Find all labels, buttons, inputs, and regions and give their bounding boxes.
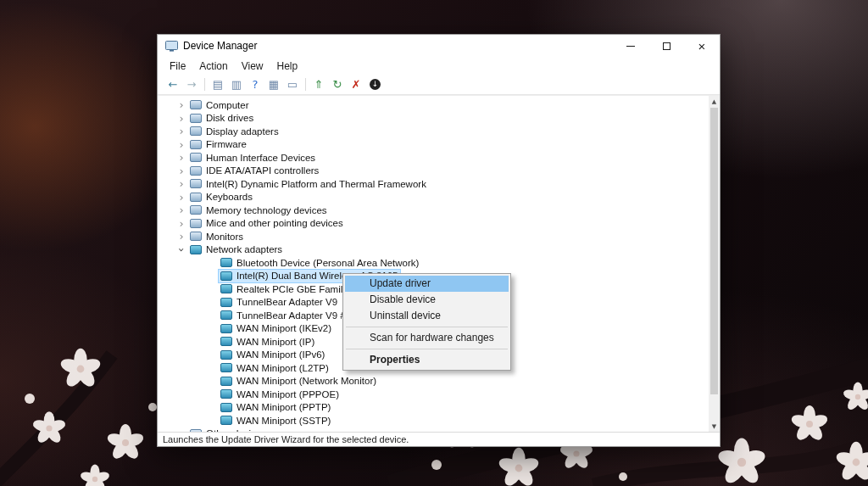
tree-item-label: WAN Miniport (IP) xyxy=(236,337,314,347)
help-icon[interactable]: ? xyxy=(246,79,264,90)
chevron-right-icon[interactable]: › xyxy=(175,152,188,163)
tree-item-label: WAN Miniport (L2TP) xyxy=(236,363,329,373)
toolbar-separator xyxy=(204,78,205,91)
tree-item-content: Human Interface Devices xyxy=(188,151,318,164)
tree-item-ide-ata-atapi-controllers[interactable]: ›IDE ATA/ATAPI controllers xyxy=(158,165,709,178)
forward-icon[interactable]: → xyxy=(182,79,201,90)
chevron-right-icon[interactable]: › xyxy=(175,178,188,189)
computer-icon xyxy=(190,100,202,109)
screen-icon[interactable]: ▭ xyxy=(283,79,302,90)
tree-item-content: TunnelBear Adapter V9 xyxy=(219,296,340,309)
chevron-down-icon[interactable]: › xyxy=(176,243,187,256)
vertical-scrollbar[interactable]: ▲ ▼ xyxy=(709,96,720,432)
context-menu-item-properties[interactable]: Properties xyxy=(345,352,509,368)
tree-item-content: Disk drives xyxy=(188,112,256,125)
tree-item-display-adapters[interactable]: ›Display adapters xyxy=(158,125,709,138)
menu-action[interactable]: Action xyxy=(192,59,234,74)
scroll-up-icon[interactable]: ▲ xyxy=(709,96,720,107)
tree-item-keyboards[interactable]: ›Keyboards xyxy=(158,191,709,204)
tree-item-other-devices[interactable]: ›Other devices xyxy=(158,427,709,433)
tree-item-label: WAN Miniport (IPv6) xyxy=(236,349,325,360)
tree-item-label: IDE ATA/ATAPI controllers xyxy=(206,165,319,176)
network-adapter-icon xyxy=(220,363,232,372)
display-adapter-icon xyxy=(190,126,202,136)
firmware-icon xyxy=(190,140,202,149)
tree-item-content: Computer xyxy=(188,98,252,111)
chevron-right-icon[interactable]: › xyxy=(175,165,188,176)
context-menu-separator xyxy=(346,349,508,349)
network-adapter-icon xyxy=(220,337,232,346)
network-adapter-icon xyxy=(220,377,232,386)
tree-item-content: WAN Miniport (Network Monitor) xyxy=(219,375,379,388)
chevron-right-icon[interactable]: › xyxy=(175,99,188,110)
network-adapter-icon xyxy=(220,350,232,360)
scroll-down-icon[interactable]: ▼ xyxy=(709,421,720,432)
context-menu-item-uninstall-device[interactable]: Uninstall device xyxy=(345,308,509,324)
tree-item-firmware[interactable]: ›Firmware xyxy=(158,138,709,152)
tree-item-bluetooth-device-personal-area-network[interactable]: Bluetooth Device (Personal Area Network) xyxy=(158,256,709,270)
context-menu-item-update-driver[interactable]: Update driver xyxy=(345,276,509,292)
chevron-right-icon[interactable]: › xyxy=(175,113,188,124)
export-list-icon[interactable]: ▥ xyxy=(227,79,246,90)
maximize-button[interactable] xyxy=(648,35,684,57)
context-menu-item-disable-device[interactable]: Disable device xyxy=(345,292,509,308)
device-manager-app-icon xyxy=(165,41,178,52)
tree-item-label: Bluetooth Device (Personal Area Network) xyxy=(236,258,419,268)
ide-controller-icon xyxy=(190,166,202,176)
chevron-right-icon[interactable]: › xyxy=(175,139,188,150)
chevron-right-icon[interactable]: › xyxy=(175,204,188,215)
tree-item-wan-miniport-pptp[interactable]: WAN Miniport (PPTP) xyxy=(158,401,709,415)
maximize-icon xyxy=(663,42,670,50)
close-button[interactable]: × xyxy=(684,35,720,57)
scan-hardware-icon[interactable]: ↻ xyxy=(328,79,347,90)
tree-item-label: Network adapters xyxy=(206,244,282,254)
chevron-right-icon[interactable]: › xyxy=(175,192,188,203)
context-menu-item-scan-for-hardware-changes[interactable]: Scan for hardware changes xyxy=(345,330,509,346)
chevron-right-icon[interactable]: › xyxy=(175,231,188,242)
tree-item-disk-drives[interactable]: ›Disk drives xyxy=(158,112,709,126)
tree-item-label: TunnelBear Adapter V9 #2 xyxy=(236,310,351,321)
device-tree: ›Computer›Disk drives›Display adapters›F… xyxy=(158,96,709,432)
device-manager-window: Device Manager × File Action View Help ←… xyxy=(157,34,721,447)
tree-item-memory-technology-devices[interactable]: ›Memory technology devices xyxy=(158,204,709,217)
show-window-icon[interactable]: ▦ xyxy=(264,79,283,90)
minimize-button[interactable] xyxy=(613,35,648,57)
back-icon[interactable]: ← xyxy=(164,79,182,90)
disable-device-icon[interactable]: ↓ xyxy=(370,79,381,90)
status-bar: Launches the Update Driver Wizard for th… xyxy=(158,432,720,446)
tree-item-label: Human Interface Devices xyxy=(206,153,315,163)
update-driver-icon[interactable]: ⇑ xyxy=(309,79,328,90)
menu-file[interactable]: File xyxy=(163,59,192,74)
tree-item-monitors[interactable]: ›Monitors xyxy=(158,230,709,243)
tree-item-label: WAN Miniport (Network Monitor) xyxy=(236,376,376,386)
network-adapter-icon xyxy=(220,284,232,293)
scrollbar-thumb[interactable] xyxy=(710,108,718,394)
title-bar[interactable]: Device Manager × xyxy=(158,35,720,57)
tree-item-content: Keyboards xyxy=(188,191,255,204)
tree-item-wan-miniport-pppoe[interactable]: WAN Miniport (PPPOE) xyxy=(158,388,709,401)
close-icon: × xyxy=(698,40,706,53)
menu-view[interactable]: View xyxy=(235,59,270,74)
chevron-right-icon[interactable]: › xyxy=(175,428,188,432)
context-menu-separator xyxy=(346,327,508,327)
chevron-right-icon[interactable]: › xyxy=(175,126,188,137)
tree-item-human-interface-devices[interactable]: ›Human Interface Devices xyxy=(158,151,709,165)
tree-item-content: IDE ATA/ATAPI controllers xyxy=(188,165,321,177)
uninstall-device-icon[interactable]: ✗ xyxy=(347,79,365,90)
tree-item-network-adapters[interactable]: ›Network adapters xyxy=(158,243,709,257)
network-adapter-icon xyxy=(190,245,202,254)
tree-item-content: Monitors xyxy=(188,230,246,243)
tree-item-content: WAN Miniport (IPv6) xyxy=(219,349,327,361)
status-text: Launches the Update Driver Wizard for th… xyxy=(163,434,409,444)
tree-item-content: Mice and other pointing devices xyxy=(188,217,346,230)
toolbar: ←→▤▥?▦▭⇑↻✗↓ xyxy=(158,75,720,95)
tree-item-wan-miniport-sstp[interactable]: WAN Miniport (SSTP) xyxy=(158,414,709,427)
tree-item-mice-and-other-pointing-devices[interactable]: ›Mice and other pointing devices xyxy=(158,217,709,231)
tree-item-wan-miniport-network-monitor[interactable]: WAN Miniport (Network Monitor) xyxy=(158,375,709,388)
tree-item-content: WAN Miniport (PPTP) xyxy=(219,401,333,414)
console-tree-icon[interactable]: ▤ xyxy=(209,79,227,90)
tree-item-computer[interactable]: ›Computer xyxy=(158,98,709,112)
chevron-right-icon[interactable]: › xyxy=(175,218,188,229)
menu-help[interactable]: Help xyxy=(270,59,305,74)
tree-item-intel-r-dynamic-platform-and-thermal-framework[interactable]: ›Intel(R) Dynamic Platform and Thermal F… xyxy=(158,177,709,191)
